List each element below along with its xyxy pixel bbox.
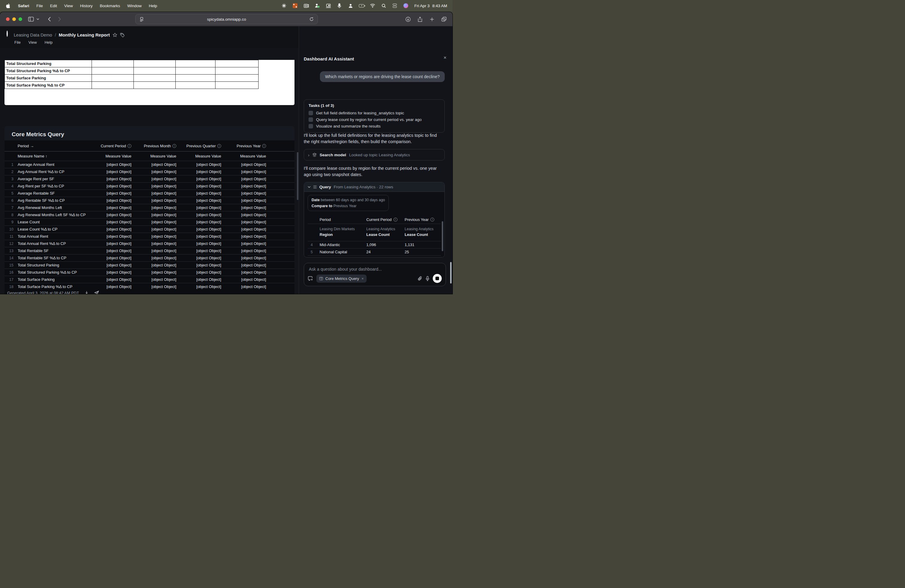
metric-row[interactable]: 14 Total Rentable SF %Δ to CP [object Ob…: [5, 254, 294, 261]
reader-icon[interactable]: [138, 16, 144, 22]
new-tab-button[interactable]: [427, 15, 437, 23]
chevron-down-icon[interactable]: [308, 186, 311, 188]
info-icon[interactable]: i: [262, 144, 266, 148]
sort-header[interactable]: Measure Name ↑: [17, 154, 86, 158]
info-icon[interactable]: i: [172, 144, 176, 148]
reload-icon[interactable]: [308, 16, 314, 22]
query-col-current[interactable]: Current Periodi: [366, 217, 405, 222]
screen-capture-status-icon[interactable]: [303, 3, 309, 8]
main-scrollbar[interactable]: [297, 152, 298, 200]
siri-icon[interactable]: [403, 3, 408, 8]
task-item[interactable]: Get full field definitions for leasing_a…: [308, 111, 440, 115]
metric-row[interactable]: 11 Total Annual Rent [object Object][obj…: [5, 233, 294, 240]
metric-row[interactable]: 12 Total Annual Rent %Δ to CP [object Ob…: [5, 240, 294, 247]
assistant-input[interactable]: Ask a question about your dashboard... C…: [304, 263, 446, 286]
app-menu-help[interactable]: Help: [44, 40, 53, 44]
metric-row[interactable]: 18 Total Surface Parking %Δ to CP [objec…: [5, 283, 294, 290]
breadcrumb-parent[interactable]: Leasing Data Demo: [14, 33, 52, 37]
control-center-icon[interactable]: [392, 3, 397, 8]
menu-safari[interactable]: Safari: [18, 3, 29, 8]
menu-edit[interactable]: Edit: [50, 3, 57, 8]
address-bar[interactable]: spicydata.omniapp.co: [135, 14, 318, 24]
search-model-row[interactable]: › Search model Looked up topic Leasing A…: [304, 149, 445, 161]
chevron-right-icon[interactable]: ›: [308, 153, 310, 157]
task-item[interactable]: Visualize and summarize the results: [308, 124, 440, 129]
query-row[interactable]: 5 National Capital 24 25: [308, 248, 441, 255]
menu-file[interactable]: File: [37, 3, 43, 8]
task-checkbox[interactable]: [308, 124, 313, 129]
screen-mirroring-status-icon[interactable]: [325, 3, 331, 8]
task-checkbox[interactable]: [308, 111, 313, 115]
menu-history[interactable]: History: [80, 3, 93, 8]
close-window-button[interactable]: [6, 17, 10, 21]
value-header[interactable]: Measure Value: [176, 154, 221, 158]
metric-row[interactable]: 8 Avg Renewal Months Left SF %Δ to CP [o…: [5, 211, 294, 218]
sidebar-chevron-icon[interactable]: [35, 15, 40, 23]
menu-view[interactable]: View: [64, 3, 73, 8]
microphone-icon[interactable]: [426, 276, 429, 281]
download-icon[interactable]: [84, 291, 89, 294]
omni-logo[interactable]: [6, 31, 12, 39]
menu-window[interactable]: Window: [127, 3, 141, 8]
microphone-status-icon[interactable]: [337, 3, 342, 8]
metric-row[interactable]: 9 Lease Count [object Object][object Obj…: [5, 218, 294, 226]
column-header[interactable]: Previous Monthi: [132, 144, 176, 148]
tab-overview-button[interactable]: [439, 15, 448, 23]
back-button[interactable]: [45, 15, 54, 23]
minimize-window-button[interactable]: [12, 17, 16, 21]
send-icon[interactable]: [94, 291, 99, 294]
value-header[interactable]: Measure Value: [86, 154, 132, 158]
query-row[interactable]: 4 Mid-Atlantic 1,096 1,131: [308, 241, 441, 248]
menu-help[interactable]: Help: [149, 3, 157, 8]
user-check-status-icon[interactable]: [314, 3, 320, 8]
info-icon[interactable]: i: [430, 218, 434, 222]
share-button[interactable]: [415, 15, 424, 23]
query-col-previous[interactable]: Previous Yeari: [405, 217, 441, 222]
menu-bookmarks[interactable]: Bookmarks: [100, 3, 120, 8]
column-header[interactable]: Previous Quarteri: [176, 144, 221, 148]
value-header[interactable]: Measure Value: [221, 154, 266, 158]
context-chip[interactable]: Core Metrics Query ×: [316, 275, 367, 283]
zoom-window-button[interactable]: [19, 17, 22, 21]
metric-row[interactable]: 1 Average Annual Rent [object Object][ob…: [5, 161, 294, 168]
wifi-status-icon[interactable]: [370, 3, 375, 8]
favorite-star-icon[interactable]: [113, 33, 117, 37]
panel-scrollbar[interactable]: [450, 262, 452, 283]
user-status-icon[interactable]: [348, 3, 353, 8]
value-header[interactable]: Measure Value: [132, 154, 176, 158]
info-icon[interactable]: i: [394, 218, 397, 222]
starburst-status-icon[interactable]: [281, 3, 287, 8]
metric-row[interactable]: 7 Avg Renewal Months Left [object Object…: [5, 204, 294, 211]
column-header[interactable]: Previous Yeari: [221, 144, 266, 148]
metric-row[interactable]: 2 Avg Annual Rent %Δ to CP [object Objec…: [5, 168, 294, 175]
window-manager-status-icon[interactable]: [292, 3, 298, 8]
menu-bar-clock[interactable]: Fri Apr 3 8:43 AM: [414, 3, 447, 8]
forward-button[interactable]: [55, 15, 64, 23]
task-checkbox[interactable]: [308, 118, 313, 122]
battery-status-icon[interactable]: ⚡: [359, 3, 364, 8]
metric-row[interactable]: 16 Total Structured Parking %Δ to CP [ob…: [5, 269, 294, 276]
column-header[interactable]: Current Periodi: [86, 144, 132, 148]
tag-icon[interactable]: [120, 33, 125, 37]
app-menu-file[interactable]: File: [14, 40, 21, 44]
chip-remove-icon[interactable]: ×: [362, 277, 364, 281]
stop-generation-button[interactable]: [433, 274, 442, 283]
metric-row[interactable]: 15 Total Structured Parking [object Obje…: [5, 261, 294, 269]
metric-row[interactable]: 5 Average Rentable SF [object Object][ob…: [5, 189, 294, 197]
downloads-button[interactable]: [403, 15, 413, 23]
attachment-icon[interactable]: [418, 276, 422, 281]
metric-row[interactable]: 3 Average Rent per SF [object Object][ob…: [5, 175, 294, 182]
close-icon[interactable]: ×: [443, 55, 446, 60]
metric-row[interactable]: 4 Avg Rent per SF %Δ to CP [object Objec…: [5, 182, 294, 189]
spotlight-search-icon[interactable]: [381, 3, 386, 8]
metric-row[interactable]: 13 Total Rentable SF [object Object][obj…: [5, 247, 294, 254]
metric-row[interactable]: 17 Total Surface Parking [object Object]…: [5, 276, 294, 283]
query-filter-pill[interactable]: Date between 60 days ago and 30 days ago…: [308, 195, 389, 211]
add-context-icon[interactable]: [308, 276, 313, 281]
apple-logo-icon[interactable]: [5, 3, 11, 8]
metric-row[interactable]: 6 Avg Rentable SF %Δ to CP [object Objec…: [5, 197, 294, 204]
metric-row[interactable]: 10 Lease Count %Δ to CP [object Object][…: [5, 226, 294, 233]
period-header[interactable]: Period →: [17, 144, 86, 148]
info-icon[interactable]: i: [127, 144, 132, 148]
query-card-header[interactable]: Query From Leasing Analytics · 22 rows: [304, 182, 445, 192]
